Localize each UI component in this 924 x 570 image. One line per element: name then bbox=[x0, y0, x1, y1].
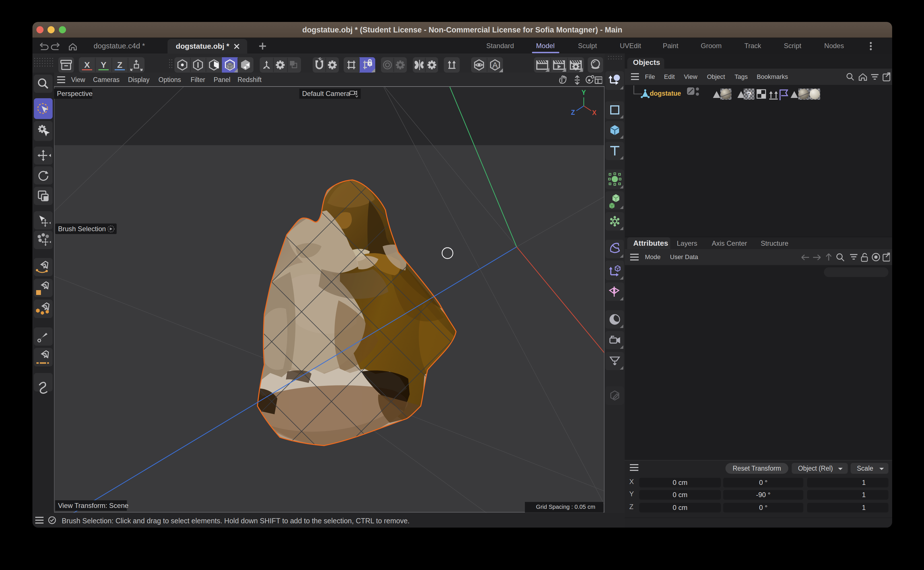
svg-text:Z: Z bbox=[571, 109, 575, 116]
svg-text:View Transform: Scene: View Transform: Scene bbox=[58, 502, 128, 509]
svg-text:Default Camera: Default Camera bbox=[302, 90, 350, 97]
svg-text:Brush Selection: Brush Selection bbox=[58, 225, 106, 233]
svg-text:X: X bbox=[84, 60, 90, 69]
svg-text:X: X bbox=[592, 109, 597, 116]
svg-text:A: A bbox=[492, 61, 498, 69]
svg-text:Y: Y bbox=[101, 60, 106, 69]
svg-text:Y: Y bbox=[582, 89, 586, 96]
svg-text:Grid Spacing : 0.05 cm: Grid Spacing : 0.05 cm bbox=[536, 503, 596, 510]
svg-text:Perspective: Perspective bbox=[57, 90, 92, 97]
svg-text:Z: Z bbox=[117, 60, 122, 69]
svg-text:?: ? bbox=[747, 90, 751, 99]
